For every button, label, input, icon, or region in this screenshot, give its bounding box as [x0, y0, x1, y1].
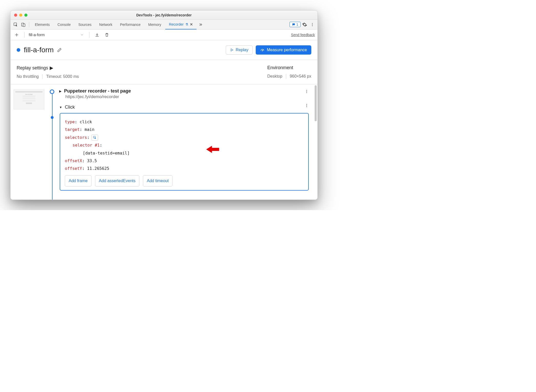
measure-label: Measure performance	[267, 48, 307, 52]
recorder-body: form de feed ▶ Puppeteer recorder - test…	[11, 84, 317, 200]
recording-title: fill-a-form	[24, 46, 54, 54]
step-click: ▼ Click	[59, 105, 315, 110]
chevron-down-icon: ▼	[59, 106, 62, 109]
recording-selector[interactable]: fill-a-form	[29, 33, 85, 37]
tab-sources[interactable]: Sources	[75, 20, 95, 29]
svg-rect-2	[23, 24, 25, 27]
tab-recorder[interactable]: Recorder ⚗ ✕	[165, 20, 197, 29]
settings-row: Replay settings ▶ No throttling Timeout:…	[11, 60, 317, 84]
devtools-window: DevTools - jec.fyi/demo/recorder Element…	[10, 10, 318, 200]
separator	[42, 74, 43, 79]
timeline-marker-step	[51, 116, 54, 119]
svg-point-9	[306, 92, 307, 93]
separator	[29, 22, 29, 27]
recording-name: fill-a-form	[29, 33, 45, 37]
kv-type[interactable]: type: click	[65, 118, 304, 126]
status-dot	[17, 48, 20, 52]
step-header[interactable]: ▶ Puppeteer recorder - test page	[59, 88, 131, 94]
step-title: Click	[65, 105, 75, 110]
close-tab-icon[interactable]: ✕	[190, 22, 193, 26]
tabbar: Elements Console Sources Network Perform…	[11, 20, 317, 29]
step-url: https://jec.fyi/demo/recorder	[65, 94, 131, 99]
step-header[interactable]: ▼ Click	[59, 105, 75, 110]
traffic-lights	[11, 14, 27, 17]
new-recording-button[interactable]	[13, 31, 20, 38]
kv-target[interactable]: target: main	[65, 126, 304, 133]
step-kebab-icon[interactable]	[300, 104, 314, 108]
step-title: Puppeteer recorder - test page	[64, 88, 131, 94]
send-feedback-link[interactable]: Send feedback	[291, 33, 315, 37]
svg-point-3	[312, 23, 313, 24]
tab-performance[interactable]: Performance	[116, 20, 144, 29]
selector-1-label: selector #1:	[65, 141, 304, 149]
inspect-icon[interactable]	[12, 21, 19, 28]
export-button[interactable]	[94, 31, 101, 38]
svg-point-7	[306, 90, 307, 91]
add-timeout-button[interactable]: Add timeout	[143, 175, 172, 187]
kv-selectors: selectors:	[65, 134, 98, 141]
separator	[24, 32, 25, 38]
tab-network[interactable]: Network	[96, 20, 116, 29]
replay-settings-toggle[interactable]: Replay settings ▶	[17, 65, 267, 71]
svg-point-11	[306, 105, 307, 106]
step-kebab-icon[interactable]	[300, 89, 314, 94]
settings-gear-icon[interactable]	[301, 21, 308, 28]
titlebar: DevTools - jec.fyi/demo/recorder	[11, 11, 317, 20]
tab-memory[interactable]: Memory	[145, 20, 165, 29]
timeout-value: Timeout: 5000 ms	[46, 74, 79, 79]
svg-point-6	[262, 50, 263, 51]
chevron-down-icon	[80, 33, 84, 36]
device-toggle-icon[interactable]	[20, 21, 27, 28]
step-navigate: ▶ Puppeteer recorder - test page https:/…	[59, 88, 315, 99]
chevron-right-icon: ▶	[50, 65, 53, 71]
separator	[89, 32, 89, 38]
window-title: DevTools - jec.fyi/demo/recorder	[11, 13, 317, 17]
kv-offsetx[interactable]: offsetX: 33.5	[65, 157, 304, 165]
tab-recorder-label: Recorder	[169, 22, 184, 26]
tab-console[interactable]: Console	[54, 20, 74, 29]
issues-count: 1	[296, 23, 298, 26]
selector-1-value[interactable]: [data-testid=email]	[65, 149, 304, 157]
scrollbar[interactable]	[315, 85, 317, 121]
svg-point-5	[312, 25, 313, 26]
timeline-marker-start	[50, 89, 54, 94]
replay-settings-label: Replay settings	[17, 65, 48, 71]
annotation-arrow-icon	[205, 145, 220, 154]
recording-header: fill-a-form Replay Measure performance	[11, 40, 317, 60]
chevron-right-icon: ▶	[59, 89, 61, 93]
timeline: ▶ Puppeteer recorder - test page https:/…	[49, 88, 315, 200]
svg-point-4	[312, 24, 313, 25]
add-row: Add frame Add assertedEvents Add timeout	[65, 175, 304, 187]
recorder-toolbar: fill-a-form Send feedback	[11, 29, 317, 40]
svg-point-12	[306, 106, 307, 107]
more-tabs-icon[interactable]	[197, 21, 204, 28]
minimize-icon[interactable]	[19, 14, 22, 17]
play-icon	[230, 48, 234, 52]
replay-button[interactable]: Replay	[226, 45, 253, 55]
timeline-line	[52, 94, 53, 200]
close-icon[interactable]	[14, 14, 17, 17]
selector-picker-button[interactable]	[91, 135, 98, 141]
kebab-menu-icon[interactable]	[309, 21, 316, 28]
svg-point-8	[306, 91, 307, 92]
flask-icon: ⚗	[185, 23, 188, 26]
tab-elements[interactable]: Elements	[31, 20, 53, 29]
separator	[286, 74, 286, 79]
throttling-value: No throttling	[17, 74, 39, 79]
kv-offsety[interactable]: offsetY: 11.265625	[65, 165, 304, 172]
replay-label: Replay	[236, 48, 249, 52]
issues-badge[interactable]: 1	[290, 22, 301, 27]
add-asserted-events-button[interactable]: Add assertedEvents	[95, 175, 139, 187]
delete-button[interactable]	[103, 31, 110, 38]
svg-point-10	[306, 104, 307, 105]
maximize-icon[interactable]	[24, 14, 27, 17]
edit-title-icon[interactable]	[57, 47, 62, 53]
page-thumbnail: form de feed	[14, 89, 44, 109]
measure-performance-button[interactable]: Measure performance	[256, 45, 311, 55]
step-detail-card: type: click target: main selectors: sele…	[60, 113, 309, 191]
environment-label: Environment	[267, 65, 311, 70]
env-device: Desktop	[267, 74, 282, 79]
env-size: 960×546 px	[290, 74, 311, 79]
add-frame-button[interactable]: Add frame	[65, 175, 91, 187]
gauge-icon	[260, 48, 265, 52]
